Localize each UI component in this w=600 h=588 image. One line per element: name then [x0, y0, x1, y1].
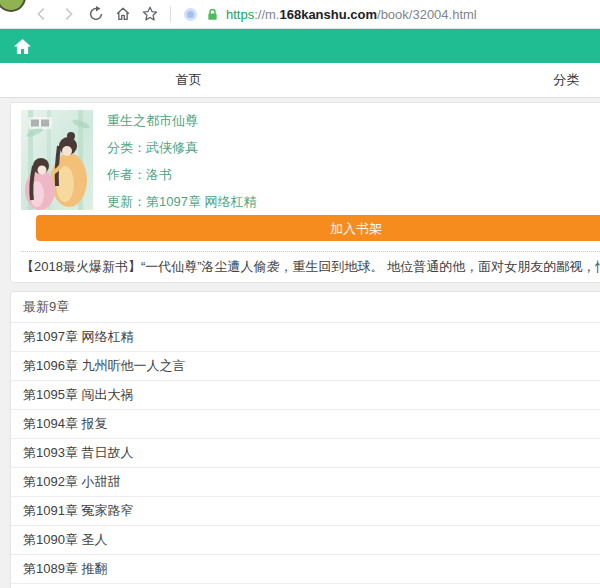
chevron-left-icon — [34, 6, 50, 22]
page-body: 重生之都市仙尊 分类：武侠修真 作者：洛书 更新：第1097章 网络杠精 加入书… — [0, 98, 600, 588]
chapter-list-card: 最新9章 第1097章 网络杠精 第1096章 九州听他一人之言 第1095章 … — [10, 291, 600, 588]
toolbar-divider — [170, 6, 171, 22]
chapter-item[interactable]: 第1093章 昔日故人 — [11, 439, 600, 468]
chapter-item[interactable]: 第1091章 冤家路窄 — [11, 497, 600, 526]
book-cover[interactable] — [21, 110, 93, 210]
nav-item-home[interactable]: 首页 — [0, 63, 378, 97]
browser-toolbar: https://m.168kanshu.com/book/32004.html — [0, 0, 600, 29]
chevron-right-icon — [60, 6, 76, 22]
book-update-line: 更新：第1097章 网络杠精 — [107, 193, 257, 207]
top-nav: 首页 分类 — [0, 63, 600, 98]
chapter-item[interactable]: 第1090章 圣人 — [11, 526, 600, 555]
browser-profile-avatar[interactable] — [0, 0, 26, 12]
site-info-dot-icon[interactable] — [184, 8, 197, 21]
chapter-item[interactable]: 第1089章 推翻 — [11, 555, 600, 584]
site-home-icon[interactable] — [13, 38, 32, 55]
nav-item-category[interactable]: 分类 — [378, 63, 600, 97]
book-description: 【2018最火爆新书】“一代仙尊”洛尘遭人偷袭，重生回到地球。 地位普通的他，面… — [21, 258, 600, 273]
back-button[interactable] — [32, 3, 52, 25]
book-cover-art — [21, 110, 93, 210]
chapter-item[interactable]: 第1096章 九州听他一人之言 — [11, 352, 600, 381]
browser-window: https://m.168kanshu.com/book/32004.html … — [0, 0, 600, 588]
book-author-line: 作者：洛书 — [107, 166, 257, 180]
chapter-item[interactable]: 第1097章 网络杠精 — [11, 323, 600, 352]
site-header — [0, 29, 600, 63]
book-card: 重生之都市仙尊 分类：武侠修真 作者：洛书 更新：第1097章 网络杠精 加入书… — [10, 102, 600, 283]
book-category-line: 分类：武侠修真 — [107, 139, 257, 153]
browser-home-button[interactable] — [113, 3, 133, 25]
book-category-value: 武侠修真 — [146, 140, 198, 155]
book-author-value: 洛书 — [146, 167, 172, 182]
add-to-shelf-button[interactable]: 加入书架 — [36, 215, 600, 241]
book-title: 重生之都市仙尊 — [107, 112, 257, 126]
chapter-list-header: 最新9章 — [11, 292, 600, 323]
refresh-icon — [87, 5, 105, 23]
chapter-item[interactable]: 第1092章 小甜甜 — [11, 468, 600, 497]
url-path: /book/32004.html — [377, 7, 477, 22]
url-host-prefix: ://m. — [254, 7, 279, 22]
address-bar[interactable]: https://m.168kanshu.com/book/32004.html — [226, 7, 477, 22]
book-author-label: 作者： — [107, 167, 146, 182]
refresh-button[interactable] — [86, 3, 106, 25]
chapter-item[interactable]: 第1095章 闯出大祸 — [11, 381, 600, 410]
forward-button[interactable] — [58, 3, 78, 25]
home-icon — [114, 5, 132, 23]
book-category-label: 分类： — [107, 140, 146, 155]
lock-icon[interactable] — [205, 6, 220, 22]
book-update-label: 更新： — [107, 194, 146, 209]
book-latest-chapter: 第1097章 网络杠精 — [146, 194, 257, 209]
url-domain: 168kanshu.com — [279, 7, 377, 22]
chapter-item[interactable]: 第1094章 报复 — [11, 410, 600, 439]
dotted-divider — [21, 251, 600, 252]
book-main: 重生之都市仙尊 分类：武侠修真 作者：洛书 更新：第1097章 网络杠精 — [21, 110, 600, 210]
book-info: 重生之都市仙尊 分类：武侠修真 作者：洛书 更新：第1097章 网络杠精 — [107, 110, 257, 210]
webpage: 首页 分类 — [0, 29, 600, 588]
star-icon — [141, 5, 159, 23]
url-scheme: https — [226, 7, 254, 22]
bookmark-button[interactable] — [140, 3, 160, 25]
